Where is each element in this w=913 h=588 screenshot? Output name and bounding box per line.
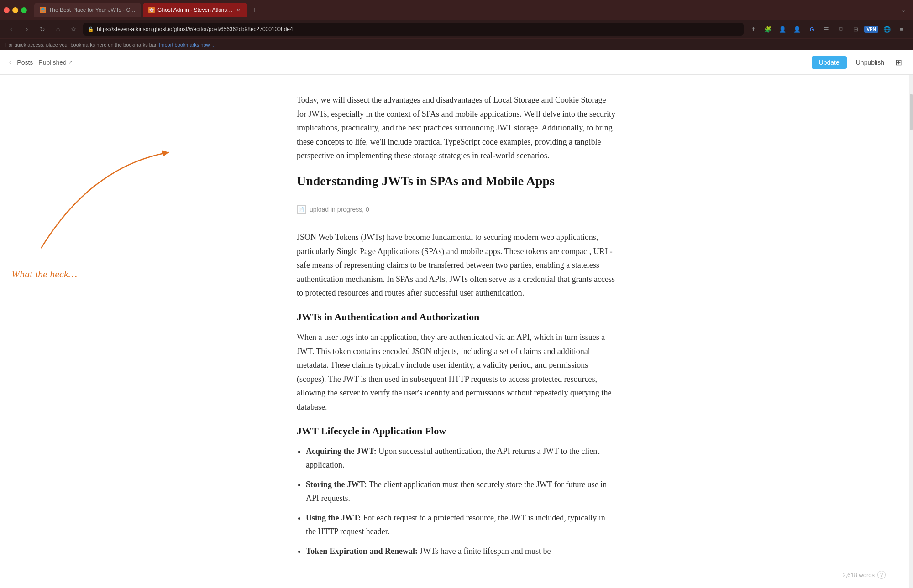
browser-chrome: 🌐 The Best Place for Your JWTs - C… 👻 Gh… [0, 0, 913, 50]
content-body: Today, we will dissect the advantages an… [288, 75, 625, 570]
editor-content[interactable]: Today, we will dissect the advantages an… [0, 75, 913, 588]
import-bookmarks-link[interactable]: Import bookmarks now … [159, 42, 216, 47]
list-item-storing: Storing the JWT: The client application … [306, 478, 616, 505]
back-to-posts-arrow[interactable]: ‹ [9, 58, 11, 67]
editor-toolbar: ‹ Posts Published ↗ Update Unpublish ⊞ [0, 50, 913, 75]
sidebar-icon[interactable]: ⧉ [835, 23, 847, 35]
list-item-expiration-text: JWTs have a finite lifespan and must be [420, 546, 551, 556]
word-count: 2,618 words ? [842, 571, 886, 579]
tab-active[interactable]: 👻 Ghost Admin - Steven Atkins… ✕ [143, 3, 247, 17]
list-item-using-bold: Using the JWT: [306, 513, 361, 522]
tab-label-inactive: The Best Place for Your JWTs - C… [49, 7, 136, 13]
profile-icon-2[interactable]: 👤 [791, 23, 803, 35]
word-count-value: 2,618 words [842, 572, 875, 578]
menu-button[interactable]: ≡ [896, 23, 908, 35]
list-item-using: Using the JWT: For each request to a pro… [306, 511, 616, 539]
posts-link[interactable]: Posts [17, 59, 33, 66]
reading-view-icon[interactable]: ☰ [820, 23, 832, 35]
section2-paragraph: When a user logs into an application, th… [297, 330, 616, 414]
toolbar-left: ‹ Posts Published ↗ [9, 58, 812, 67]
tab-close-button[interactable]: ✕ [235, 7, 241, 13]
upload-placeholder: 📄 upload in progress, 0 [297, 198, 616, 221]
section2-heading: JWTs in Authentication and Authorization [297, 311, 616, 323]
tab-favicon-inactive: 🌐 [40, 7, 46, 13]
close-traffic-light[interactable] [4, 7, 10, 13]
list-item-expiration-bold: Token Expiration and Renewal: [306, 546, 418, 556]
layout-toggle-button[interactable]: ⊞ [893, 56, 904, 69]
colorful-icon[interactable]: 🌐 [881, 23, 893, 35]
address-text: https://steven-atkinson.ghost.io/ghost/#… [97, 26, 739, 32]
share-icon[interactable]: ⬆ [747, 23, 759, 35]
list-item-expiration: Token Expiration and Renewal: JWTs have … [306, 544, 616, 558]
unpublish-button[interactable]: Unpublish [852, 56, 888, 69]
toolbar-right: Update Unpublish ⊞ [812, 56, 904, 69]
update-button[interactable]: Update [812, 56, 847, 69]
extension-g[interactable]: G [806, 23, 818, 35]
published-ext-link-icon: ↗ [68, 59, 73, 65]
vpn-badge[interactable]: VPN [864, 26, 878, 33]
upload-placeholder-text: upload in progress, 0 [310, 206, 369, 213]
reload-button[interactable]: ↻ [37, 23, 48, 35]
bookmark-bar-text: For quick access, place your bookmarks h… [5, 42, 157, 47]
extensions-icon[interactable]: 🧩 [762, 23, 774, 35]
tab-favicon-active: 👻 [148, 7, 155, 13]
published-status[interactable]: Published ↗ [38, 59, 73, 66]
window-maximize-button[interactable]: ⌄ [897, 4, 909, 16]
upload-icon: 📄 [297, 205, 306, 214]
maximize-traffic-light[interactable] [21, 7, 27, 13]
section1-heading: Understanding JWTs in SPAs and Mobile Ap… [297, 174, 616, 188]
tab-label-active: Ghost Admin - Steven Atkins… [157, 7, 232, 13]
profile-icon[interactable]: 👤 [777, 23, 788, 35]
bookmark-button[interactable]: ☆ [68, 23, 79, 35]
list-item-acquiring: Acquiring the JWT: Upon successful authe… [306, 444, 616, 472]
split-view-icon[interactable]: ⊟ [850, 23, 861, 35]
address-bar[interactable]: 🔒 https://steven-atkinson.ghost.io/ghost… [83, 23, 744, 36]
tab-inactive[interactable]: 🌐 The Best Place for Your JWTs - C… [34, 3, 141, 17]
nav-bar: ‹ › ↻ ⌂ ☆ 🔒 https://steven-atkinson.ghos… [0, 20, 913, 38]
back-button[interactable]: ‹ [5, 23, 17, 35]
traffic-lights [4, 7, 27, 13]
section3-heading: JWT Lifecycle in Application Flow [297, 425, 616, 437]
minimize-traffic-light[interactable] [12, 7, 18, 13]
list-item-acquiring-bold: Acquiring the JWT: [306, 447, 377, 456]
home-button[interactable]: ⌂ [52, 23, 64, 35]
intro-paragraph: Today, we will dissect the advantages an… [297, 93, 616, 163]
new-tab-button[interactable]: + [249, 4, 261, 16]
tab-bar: 🌐 The Best Place for Your JWTs - C… 👻 Gh… [0, 0, 913, 20]
bookmark-bar: For quick access, place your bookmarks h… [0, 38, 913, 50]
published-label: Published [38, 59, 67, 66]
section1-paragraph: JSON Web Tokens (JWTs) have become funda… [297, 230, 616, 300]
forward-button[interactable]: › [21, 23, 33, 35]
scrollbar-thumb[interactable] [910, 94, 913, 130]
lifecycle-list: Acquiring the JWT: Upon successful authe… [306, 444, 616, 558]
nav-actions: ⬆ 🧩 👤 👤 G ☰ ⧉ ⊟ VPN 🌐 ≡ [747, 23, 908, 35]
lock-icon: 🔒 [88, 26, 94, 32]
scrollbar[interactable] [909, 75, 913, 588]
help-icon[interactable]: ? [877, 571, 886, 579]
editor-area: ‹ Posts Published ↗ Update Unpublish ⊞ W… [0, 50, 913, 588]
list-item-storing-bold: Storing the JWT: [306, 480, 367, 489]
